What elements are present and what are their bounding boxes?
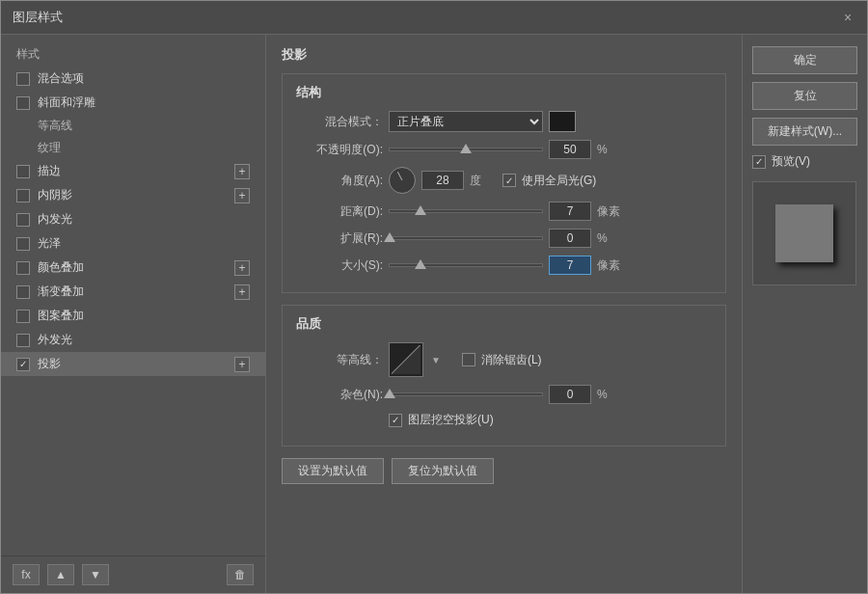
fx-label: fx: [21, 568, 30, 581]
sidebar-item-blending[interactable]: 混合选项: [1, 67, 265, 91]
sidebar-item-stroke[interactable]: 描边 +: [1, 159, 265, 183]
opacity-thumb[interactable]: [460, 144, 472, 153]
noise-unit: %: [597, 388, 624, 401]
move-down-button[interactable]: ▼: [82, 564, 109, 585]
blend-mode-select[interactable]: 正片叠底 正常 溶解: [389, 111, 543, 132]
contour-label: 等高线：: [296, 352, 383, 368]
layer-knockout-control: 图层挖空投影(U): [389, 412, 712, 428]
new-style-button[interactable]: 新建样式(W)...: [752, 118, 857, 146]
dialog-title: 图层样式: [13, 9, 63, 26]
reset-default-button[interactable]: 复位为默认值: [392, 458, 494, 484]
angle-dial[interactable]: [389, 167, 416, 194]
blend-color-swatch[interactable]: [549, 111, 576, 132]
opacity-unit: %: [597, 143, 624, 156]
sidebar-item-bevel[interactable]: 斜面和浮雕: [1, 91, 265, 115]
sidebar-item-inner-glow[interactable]: 内发光: [1, 207, 265, 231]
sidebar-item-outer-glow[interactable]: 外发光: [1, 328, 265, 352]
move-up-button[interactable]: ▲: [47, 564, 74, 585]
size-thumb[interactable]: [415, 259, 426, 269]
preview-inner: [775, 204, 833, 262]
anti-alias-checkbox[interactable]: [462, 353, 475, 366]
preview-checkbox[interactable]: [752, 155, 766, 169]
reset-button[interactable]: 复位: [752, 82, 857, 110]
distance-input[interactable]: [549, 202, 591, 221]
spread-slider[interactable]: [389, 236, 543, 240]
color-overlay-checkbox[interactable]: [16, 261, 30, 275]
size-input[interactable]: [549, 256, 591, 275]
inner-shadow-checkbox[interactable]: [16, 189, 30, 202]
pattern-overlay-checkbox[interactable]: [16, 310, 30, 323]
inner-shadow-add-btn[interactable]: +: [234, 188, 250, 203]
satin-checkbox[interactable]: [16, 237, 30, 251]
spread-input[interactable]: [549, 229, 591, 248]
set-default-button[interactable]: 设置为默认值: [282, 458, 384, 484]
anti-alias-label: 消除锯齿(L): [481, 352, 542, 368]
contour-sub-label: 等高线: [38, 119, 72, 132]
size-slider[interactable]: [389, 263, 543, 267]
color-overlay-add-btn[interactable]: +: [234, 260, 250, 276]
sidebar-item-inner-shadow[interactable]: 内阴影 +: [1, 183, 265, 207]
sidebar-item-texture-sub[interactable]: 纹理: [1, 137, 265, 159]
delete-icon: 🗑: [234, 568, 246, 581]
noise-slider[interactable]: [389, 392, 543, 396]
delete-button[interactable]: 🗑: [227, 564, 254, 585]
angle-control: 度 使用全局光(G): [389, 167, 712, 194]
contour-svg: [392, 345, 420, 374]
middle-panel: 投影 结构 混合模式： 正片叠底 正常 溶解: [266, 35, 742, 593]
opacity-control: %: [389, 140, 712, 159]
gradient-overlay-add-btn[interactable]: +: [234, 284, 250, 300]
size-unit: 像素: [597, 257, 624, 274]
quality-section: 品质 等高线： ▼ 消除锯齿(L: [282, 305, 726, 446]
bottom-buttons: 设置为默认值 复位为默认值: [282, 458, 726, 484]
blending-checkbox[interactable]: [16, 72, 30, 86]
outer-glow-label: 外发光: [38, 332, 250, 348]
sidebar-item-gradient-overlay[interactable]: 渐变叠加 +: [1, 280, 265, 304]
blending-label: 混合选项: [38, 70, 250, 87]
opacity-input[interactable]: [549, 140, 591, 159]
inner-glow-checkbox[interactable]: [16, 213, 30, 227]
contour-dropdown-arrow[interactable]: ▼: [431, 355, 441, 365]
close-button[interactable]: ×: [840, 10, 855, 25]
angle-input[interactable]: [421, 171, 464, 190]
pattern-overlay-label: 图案叠加: [38, 308, 250, 324]
noise-input[interactable]: [549, 385, 591, 404]
noise-thumb[interactable]: [384, 389, 395, 398]
anti-alias-row: 消除锯齿(L): [462, 352, 542, 368]
noise-row: 杂色(N): %: [296, 385, 712, 404]
texture-sub-label: 纹理: [38, 141, 61, 154]
noise-control: %: [389, 385, 712, 404]
distance-slider[interactable]: [389, 209, 543, 213]
preview-box: [752, 181, 856, 285]
layer-knockout-row: 图层挖空投影(U): [296, 412, 712, 428]
size-row: 大小(S): 像素: [296, 256, 712, 275]
dialog-body: 样式 混合选项 斜面和浮雕 等高线 纹理: [1, 35, 867, 593]
distance-thumb[interactable]: [415, 205, 426, 215]
ok-button[interactable]: 确定: [752, 46, 857, 74]
gradient-overlay-checkbox[interactable]: [16, 285, 30, 299]
stroke-add-btn[interactable]: +: [234, 164, 250, 179]
sidebar-item-drop-shadow[interactable]: 投影 +: [1, 352, 265, 376]
fx-button[interactable]: fx: [13, 564, 40, 585]
sidebar-item-contour-sub[interactable]: 等高线: [1, 115, 265, 137]
inner-glow-label: 内发光: [38, 211, 250, 228]
contour-control: ▼ 消除锯齿(L): [389, 342, 712, 377]
distance-label: 距离(D):: [296, 203, 383, 220]
sidebar-item-color-overlay[interactable]: 颜色叠加 +: [1, 256, 265, 280]
sidebar-item-satin[interactable]: 光泽: [1, 231, 265, 256]
opacity-slider[interactable]: [389, 148, 543, 151]
sidebar-item-pattern-overlay[interactable]: 图案叠加: [1, 304, 265, 328]
drop-shadow-checkbox[interactable]: [16, 358, 30, 371]
global-light-row: 使用全局光(G): [502, 173, 596, 189]
outer-glow-checkbox[interactable]: [16, 334, 30, 347]
angle-label: 角度(A):: [296, 173, 383, 189]
layer-knockout-checkbox[interactable]: [389, 414, 402, 427]
noise-label: 杂色(N):: [296, 387, 383, 403]
down-icon: ▼: [90, 568, 101, 581]
drop-shadow-add-btn[interactable]: +: [234, 357, 250, 372]
stroke-checkbox[interactable]: [16, 165, 30, 178]
spread-row: 扩展(R): %: [296, 229, 712, 248]
contour-preview[interactable]: [389, 342, 423, 377]
spread-thumb[interactable]: [384, 232, 395, 242]
global-light-checkbox[interactable]: [502, 174, 516, 187]
bevel-checkbox[interactable]: [16, 96, 30, 110]
